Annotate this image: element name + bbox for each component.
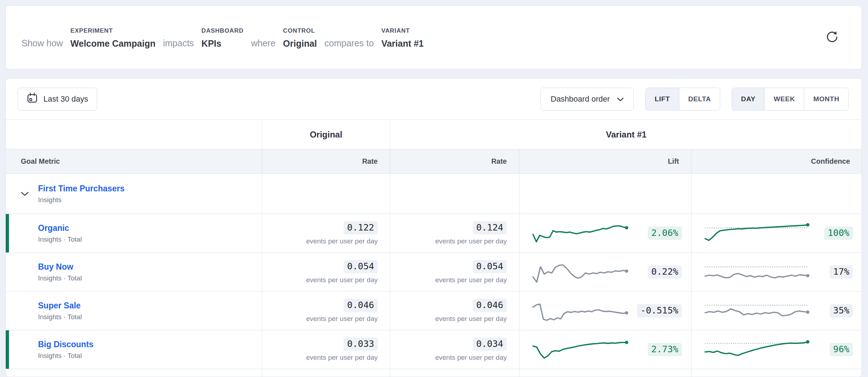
metric-source: Insights · Total (38, 236, 262, 243)
calendar-icon (27, 92, 38, 106)
dashboard-label: DASHBOARD (202, 27, 244, 34)
confidence-sparkline (704, 298, 811, 324)
variant-selector[interactable]: VARIANT Variant #1 (381, 27, 424, 49)
metric-group-source: Insights (38, 196, 124, 204)
report-card: Last 30 days Dashboard order LIFT DELTA … (5, 78, 862, 377)
granularity-toggle: DAY WEEK MONTH (732, 88, 849, 111)
confidence-value: 35% (830, 304, 853, 317)
date-range-button[interactable]: Last 30 days (18, 88, 97, 111)
control-rate-value: 0.054 (344, 260, 378, 273)
metric-link[interactable]: Big Discounts (38, 340, 94, 349)
col-variant-rate: Rate (390, 149, 519, 173)
metrics-table: Original Variant #1 Goal Metric Rate Rat… (6, 120, 862, 377)
control-rate-value: 0.033 (344, 338, 378, 351)
confidence-sparkline (704, 259, 811, 285)
confidence-value: 17% (830, 265, 853, 279)
lift-value: 0.22% (648, 265, 682, 279)
table-row: Organic Insights · Total 0.122 events pe… (6, 214, 862, 253)
refresh-icon (825, 30, 839, 45)
sort-order-label: Dashboard order (551, 94, 610, 104)
variant-rate-value: 0.046 (473, 299, 507, 312)
date-range-label: Last 30 days (43, 94, 88, 104)
lift-sparkline (532, 220, 630, 247)
rate-unit: events per user per day (435, 315, 507, 323)
confidence-sparkline (704, 337, 811, 363)
control-group-header: Original (262, 120, 390, 149)
col-control-rate: Rate (262, 149, 390, 173)
col-goal-metric: Goal Metric (6, 149, 262, 173)
experiment-label: EXPERIMENT (70, 27, 155, 34)
toggle-day[interactable]: DAY (732, 88, 764, 110)
rate-unit: events per user per day (435, 237, 507, 245)
col-confidence: Confidence (691, 149, 862, 173)
metric-link[interactable]: Buy Now (38, 262, 73, 272)
variant-rate-value: 0.124 (473, 221, 507, 234)
lift-value: 2.73% (648, 343, 682, 356)
rate-unit: events per user per day (306, 276, 378, 284)
table-column-header: Goal Metric Rate Rate Lift Confidence (6, 149, 862, 174)
rate-unit: events per user per day (306, 354, 378, 362)
phrase-connector: compares to (325, 38, 374, 49)
metric-source: Insights · Total (38, 274, 262, 282)
control-selector[interactable]: CONTROL Original (283, 27, 317, 49)
variant-label: VARIANT (381, 27, 424, 34)
toolbar-controls: Dashboard order LIFT DELTA DAY WEEK MONT… (541, 88, 849, 111)
table-row-partial (6, 369, 862, 377)
lift-sparkline (532, 336, 630, 363)
confidence-value: 100% (824, 227, 853, 240)
experiment-phrase: Show how EXPERIMENT Welcome Campaign imp… (22, 26, 823, 49)
control-rate-value: 0.122 (344, 221, 378, 234)
metric-source: Insights · Total (38, 313, 262, 321)
chevron-down-icon[interactable] (20, 191, 29, 196)
chevron-down-icon (617, 94, 624, 104)
control-rate-value: 0.046 (344, 299, 378, 312)
variant-rate-value: 0.034 (473, 338, 507, 351)
toggle-month[interactable]: MONTH (804, 88, 848, 110)
control-value: Original (283, 38, 317, 49)
col-lift: Lift (519, 149, 691, 173)
dashboard-value: KPIs (202, 38, 244, 49)
phrase-lead: Show how (22, 38, 63, 49)
metric-source: Insights · Total (38, 352, 262, 360)
toggle-delta[interactable]: DELTA (679, 88, 720, 110)
lift-sparkline (532, 297, 630, 325)
metric-group-link[interactable]: First Time Purchasers (38, 184, 124, 194)
control-label: CONTROL (283, 27, 317, 34)
sort-order-dropdown[interactable]: Dashboard order (541, 88, 634, 111)
significance-bar (6, 214, 9, 252)
confidence-value: 96% (830, 343, 853, 356)
table-row: Super Sale Insights · Total 0.046 events… (6, 292, 862, 330)
rate-unit: events per user per day (435, 276, 507, 284)
significance-bar (6, 330, 9, 369)
mode-toggle: LIFT DELTA (645, 88, 720, 111)
phrase-connector: where (251, 38, 275, 49)
lift-sparkline (532, 259, 630, 286)
table-row: Big Discounts Insights · Total 0.033 eve… (6, 330, 862, 369)
refresh-button[interactable] (823, 28, 841, 47)
experiment-selector[interactable]: EXPERIMENT Welcome Campaign (70, 27, 155, 49)
report-toolbar: Last 30 days Dashboard order LIFT DELTA … (6, 79, 862, 120)
metric-link[interactable]: Organic (38, 223, 69, 233)
phrase-connector: impacts (163, 38, 194, 49)
table-row-group: First Time Purchasers Insights (6, 174, 862, 214)
rate-unit: events per user per day (306, 237, 378, 245)
table-group-header: Original Variant #1 (6, 120, 862, 149)
confidence-sparkline (704, 220, 811, 246)
lift-value: -0.515% (637, 304, 682, 317)
toggle-week[interactable]: WEEK (764, 88, 804, 110)
metric-link[interactable]: Super Sale (38, 301, 81, 311)
toggle-lift[interactable]: LIFT (646, 88, 679, 110)
variant-value: Variant #1 (381, 38, 424, 49)
dashboard-selector[interactable]: DASHBOARD KPIs (202, 27, 244, 49)
experiment-summary-card: Show how EXPERIMENT Welcome Campaign imp… (5, 5, 862, 69)
variant-rate-value: 0.054 (473, 260, 507, 273)
lift-value: 2.06% (648, 227, 682, 240)
experiment-value: Welcome Campaign (70, 38, 155, 49)
rate-unit: events per user per day (306, 315, 378, 323)
rate-unit: events per user per day (435, 354, 507, 362)
variant-group-header: Variant #1 (390, 120, 862, 149)
table-row: Buy Now Insights · Total 0.054 events pe… (6, 253, 862, 292)
